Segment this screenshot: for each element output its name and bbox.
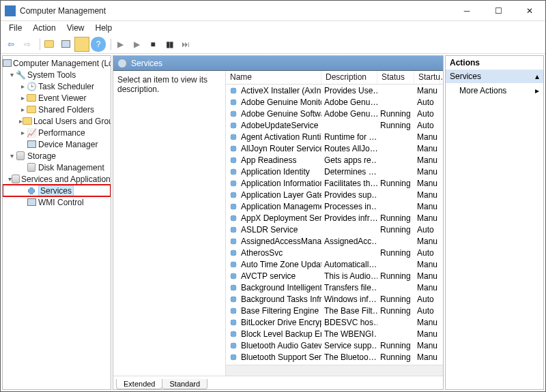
gear-icon (229, 225, 238, 235)
service-row[interactable]: Bluetooth Support ServiceThe Bluetoo…Run… (226, 351, 443, 363)
service-desc: Runtime for … (321, 132, 377, 142)
nav-tree[interactable]: Computer Management (Local) ▾🔧System Too… (2, 55, 111, 390)
tree-performance[interactable]: ▸📈Performance (3, 127, 111, 138)
service-startup: Auto (414, 295, 440, 304)
service-rows[interactable]: ActiveX Installer (AxInstSV)Provides Use… (226, 85, 443, 365)
service-status: Running (377, 248, 414, 258)
col-description[interactable]: Description (321, 71, 377, 84)
properties-button[interactable] (58, 37, 73, 52)
view-tabs: Extended Standard (113, 376, 443, 389)
maximize-button[interactable]: ☐ (483, 1, 514, 21)
service-row[interactable]: Background Tasks Infrastruc…Windows inf…… (226, 293, 443, 305)
close-button[interactable]: ✕ (514, 1, 545, 21)
service-row[interactable]: AtherosSvcRunningAuto (226, 247, 443, 258)
service-row[interactable]: AdobeUpdateServiceRunningAuto (226, 119, 443, 131)
start-service-button[interactable]: ▶ (113, 37, 128, 52)
tree-services-apps[interactable]: ▾Services and Applications (3, 173, 111, 185)
forward-button[interactable]: ⇨ (20, 37, 35, 52)
service-row[interactable]: AssignedAccessManager Ser…AssignedAcc…Ma… (226, 235, 443, 247)
column-headers[interactable]: Name Description Status Startu… (226, 71, 443, 85)
service-name: Application Layer Gateway S… (241, 190, 321, 200)
service-row[interactable]: Auto Time Zone UpdaterAutomaticall…Manu (226, 258, 443, 270)
service-row[interactable]: Application InformationFacilitates th…Ru… (226, 177, 443, 189)
service-startup: Manu (414, 144, 440, 153)
service-row[interactable]: AppX Deployment Service (A…Provides infr… (226, 212, 443, 224)
restart-service-button[interactable]: ⏭ (178, 37, 193, 52)
service-startup: Auto (414, 248, 440, 258)
service-row[interactable]: Adobe Genuine Monitor Ser…Adobe Genu…Aut… (226, 96, 443, 108)
menu-file[interactable]: File (3, 22, 27, 34)
service-name: Bluetooth Audio Gateway Ser… (241, 341, 321, 350)
tab-standard[interactable]: Standard (162, 379, 207, 389)
tab-extended[interactable]: Extended (116, 379, 162, 389)
actions-title: Actions (446, 56, 543, 70)
service-desc: Determines … (321, 167, 377, 177)
service-name: App Readiness (241, 155, 296, 165)
col-name[interactable]: Name (226, 71, 321, 84)
service-row[interactable]: Application Layer Gateway S…Provides sup… (226, 189, 443, 200)
h-scrollbar[interactable] (226, 365, 443, 376)
export-list-button[interactable] (74, 37, 89, 52)
service-name: ActiveX Installer (AxInstSV) (241, 86, 321, 95)
service-row[interactable]: Application ManagementProcesses in…Manu (226, 200, 443, 212)
service-status: Running (377, 352, 414, 362)
service-row[interactable]: AllJoyn Router ServiceRoutes AllJo…Manu (226, 142, 443, 154)
service-row[interactable]: Block Level Backup Engine S…The WBENGI…M… (226, 328, 443, 340)
service-name: AllJoyn Router Service (241, 144, 321, 153)
tree-services[interactable]: Services (3, 185, 111, 196)
gear-icon (229, 132, 238, 142)
service-startup: Auto (414, 225, 440, 235)
service-desc: This is Audio… (321, 271, 377, 281)
service-name: Bluetooth Support Service (241, 352, 321, 362)
service-desc: Automaticall… (321, 260, 377, 269)
menu-action[interactable]: Action (27, 22, 61, 34)
tree-event-viewer[interactable]: ▸Event Viewer (3, 92, 111, 104)
menu-help[interactable]: Help (90, 22, 118, 34)
gear-icon (229, 97, 238, 107)
service-row[interactable]: ASLDR ServiceRunningAuto (226, 224, 443, 235)
service-row[interactable]: AVCTP serviceThis is Audio…RunningManu (226, 270, 443, 282)
tree-root[interactable]: Computer Management (Local) (3, 57, 111, 69)
service-row[interactable]: Adobe Genuine Software Int…Adobe Genu…Ru… (226, 108, 443, 119)
detail-header: Services (113, 56, 443, 71)
col-startup[interactable]: Startu… (414, 71, 440, 84)
service-name: AVCTP service (241, 271, 296, 281)
tree-local-users[interactable]: ▸Local Users and Groups (3, 115, 111, 127)
help-button[interactable]: ? (91, 37, 106, 52)
tree-wmi-control[interactable]: WMI Control (3, 196, 111, 208)
service-status: Running (377, 295, 414, 304)
back-button[interactable]: ⇦ (3, 37, 18, 52)
service-row[interactable]: Application IdentityDetermines …Manu (226, 166, 443, 177)
service-startup: Auto (414, 109, 440, 119)
gear-icon (229, 167, 238, 177)
service-desc: The Bluetoo… (321, 352, 377, 362)
pause-service-button[interactable]: ▮▮ (162, 37, 177, 52)
tree-storage[interactable]: ▾Storage (3, 150, 111, 162)
tree-device-manager[interactable]: Device Manager (3, 138, 111, 150)
play-button[interactable]: ▶ (129, 37, 144, 52)
minimize-button[interactable]: ─ (451, 1, 483, 21)
gear-icon (229, 179, 238, 188)
stop-service-button[interactable]: ■ (145, 37, 160, 52)
service-desc: Provides infr… (321, 213, 377, 223)
menu-view[interactable]: View (61, 22, 90, 34)
service-desc: The Base Filt… (321, 306, 377, 316)
service-row[interactable]: ActiveX Installer (AxInstSV)Provides Use… (226, 85, 443, 96)
service-row[interactable]: Background Intelligent Tran…Transfers fi… (226, 282, 443, 293)
tree-shared-folders[interactable]: ▸Shared Folders (3, 104, 111, 115)
service-row[interactable]: Bluetooth Audio Gateway Ser…Service supp… (226, 340, 443, 351)
service-row[interactable]: Base Filtering EngineThe Base Filt…Runni… (226, 305, 443, 316)
tree-disk-management[interactable]: Disk Management (3, 162, 111, 173)
show-hide-tree-button[interactable] (42, 37, 57, 52)
separator (107, 38, 111, 50)
service-row[interactable]: BitLocker Drive Encryption S…BDESVC hos…… (226, 316, 443, 328)
service-startup: Manu (414, 86, 440, 95)
actions-section[interactable]: Services ▴ (446, 70, 543, 83)
tree-system-tools[interactable]: ▾🔧System Tools (3, 69, 111, 80)
tree-task-scheduler[interactable]: ▸🕒Task Scheduler (3, 80, 111, 92)
service-row[interactable]: App ReadinessGets apps re…Manu (226, 154, 443, 166)
service-row[interactable]: Agent Activation Runtime_e…Runtime for …… (226, 131, 443, 142)
col-status[interactable]: Status (377, 71, 414, 84)
actions-more[interactable]: More Actions ▸ (446, 83, 543, 98)
service-status: Running (377, 179, 414, 188)
